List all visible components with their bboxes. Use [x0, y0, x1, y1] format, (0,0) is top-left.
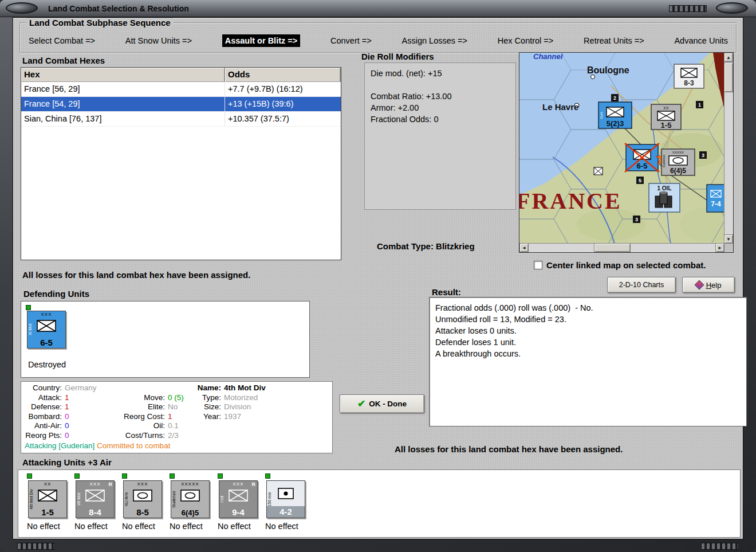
reorg-badge: R: [109, 481, 113, 487]
result-panel: Fractional odds (.000) roll was (.000) -…: [429, 297, 747, 426]
unit-link-dot: [74, 473, 80, 479]
armor-symbol-icon: [133, 490, 152, 502]
unit-strength: 6-5: [27, 338, 65, 347]
odds-cell: +13 (+15B) (39:6): [225, 97, 341, 111]
map-unit-guderian[interactable]: XXXXX Guderian 6(4)5: [662, 149, 695, 175]
infantry-symbol-icon: [229, 490, 248, 502]
attacking-unit-counter[interactable]: XXX R I Inf 9-4: [219, 480, 258, 518]
subphase-sequence-group: Land Combat Subphase Sequence Select Com…: [19, 22, 737, 53]
help-button[interactable]: Help: [682, 277, 735, 293]
dialog-content: Land Combat Subphase Sequence Select Com…: [13, 17, 743, 539]
unit-name-side: VII Mot: [77, 493, 81, 506]
map-unit-right-edge[interactable]: 7-4: [707, 185, 724, 212]
mod-armor: Armor: +2.00: [371, 102, 510, 113]
svg-text:5: 5: [639, 178, 641, 183]
table-row[interactable]: France [56, 29] +7.7 (+9.7B) (16:12): [21, 82, 341, 97]
svg-text:2: 2: [613, 95, 616, 101]
unit-strength: 1-5: [29, 507, 66, 517]
hex-cell: France [54, 29]: [21, 97, 225, 111]
result-title: Result:: [432, 287, 461, 297]
hexes-title: Land Combat Hexes: [22, 56, 105, 65]
elite-value: No: [168, 402, 196, 412]
map-partisan-marker-icon: [594, 167, 603, 175]
result-line: Defender loses 1 unit.: [435, 336, 741, 348]
reorg-badge: R: [252, 481, 256, 487]
map-unit-infantry[interactable]: XX 1-5: [651, 104, 681, 130]
reorg-pts-value: 0: [65, 431, 120, 441]
unit-effect-label: No effect: [218, 522, 251, 531]
table-header: Hex Odds: [21, 68, 341, 82]
map-unit-defender-value: 6-5: [637, 162, 648, 170]
attacking-unit-slot: XXX R VII Mot 8-4 No effect: [74, 472, 121, 537]
map-unit-top-right[interactable]: 8-3: [674, 64, 704, 88]
attacking-unit-counter[interactable]: XXXXX Guderian 6(4)5: [171, 480, 210, 518]
help-icon: [694, 280, 704, 290]
linked-map[interactable]: Channel Boulogne Le Havre FRANCE G: [519, 53, 724, 244]
table-row-selected[interactable]: France [54, 29] +13 (+15B) (39:6): [21, 97, 341, 112]
infantry-symbol-icon: [37, 320, 56, 332]
country-value: Germany: [65, 383, 120, 393]
unit-name-side: 150 mm: [267, 492, 271, 506]
unit-echelon: XXX: [27, 312, 65, 317]
unit-effect-label: No effect: [170, 522, 203, 531]
column-header-hex[interactable]: Hex: [21, 68, 225, 82]
map-city-le-havre: Le Havre: [542, 102, 578, 112]
step-advance-units: Advance Units: [674, 36, 728, 45]
attacking-unit-counter[interactable]: 150 mm 4-2: [266, 480, 305, 518]
infantry-symbol-icon: [85, 490, 105, 502]
window-title: Land Combat Selection & Resolution: [48, 4, 189, 13]
map-panel[interactable]: Channel Boulogne Le Havre FRANCE G: [519, 52, 734, 253]
hex-cell: Sian, China [76, 137]: [21, 112, 225, 126]
attack-label: Attack:: [23, 393, 65, 403]
charts-button[interactable]: 2-D-10 Charts: [607, 277, 676, 293]
ok-done-button[interactable]: ✔ OK - Done: [340, 394, 424, 413]
map-view[interactable]: Channel Boulogne Le Havre FRANCE G: [519, 53, 724, 244]
odds-cell: +10.357 (37.5:7): [225, 112, 341, 126]
frame-vent: [701, 543, 739, 550]
type-label: Type:: [196, 393, 224, 403]
map-unit-guderian-name: Guderian: [662, 154, 666, 167]
map-vertical-scrollbar[interactable]: ▲ ▼: [724, 53, 733, 244]
attacking-unit-slot: 150 mm 4-2 No effect: [265, 472, 312, 537]
window-frame: Land Combat Selection & Resolution Land …: [0, 0, 756, 552]
title-bar: Land Combat Selection & Resolution: [0, 0, 756, 17]
defending-unit-counter[interactable]: XXX XI Mot 6-5: [27, 311, 66, 349]
unit-echelon: XXX: [124, 481, 162, 487]
defending-units-panel: XXX XI Mot 6-5 Destroyed: [21, 301, 310, 378]
scroll-down-button[interactable]: ▼: [724, 234, 733, 244]
step-assign-losses: Assign Losses =>: [402, 36, 467, 45]
map-unit-top-right-value: 8-3: [684, 79, 694, 87]
map-unit-oil[interactable]: 1 OIL: [649, 183, 680, 212]
ok-done-label: OK - Done: [369, 400, 407, 408]
unit-effect-label: No effect: [74, 522, 108, 531]
unit-link-dot: [26, 305, 31, 310]
subphase-steps: Select Combat => Att Snow Units => Assau…: [23, 33, 734, 49]
unit-strength: 8-4: [76, 507, 114, 517]
center-map-checkbox[interactable]: [534, 261, 542, 269]
scroll-up-button[interactable]: ▲: [724, 53, 733, 62]
attacking-units-panel: XX 4th Mot Div 1-5 No effect XXX R VII: [18, 469, 741, 538]
unit-echelon: XX: [29, 481, 66, 487]
column-header-odds[interactable]: Odds: [225, 68, 341, 82]
map-horizontal-scrollbar[interactable]: ◄ ►: [519, 243, 724, 252]
scroll-left-button[interactable]: ◄: [519, 243, 529, 252]
attacking-unit-counter[interactable]: XXX XLI Arm 8-5: [123, 480, 162, 518]
year-label: Year:: [196, 412, 224, 422]
year-value: 1937: [224, 412, 330, 422]
table-row[interactable]: Sian, China [76, 137] +10.357 (37.5:7): [21, 112, 341, 127]
attacking-unit-counter[interactable]: XX 4th Mot Div 1-5: [28, 480, 67, 518]
center-map-label: Center linked map on selected combat.: [546, 260, 706, 270]
unit-name-side: I Inf: [220, 496, 224, 503]
attacking-unit-counter[interactable]: XXX R VII Mot 8-4: [76, 480, 115, 518]
unit-name-side: Guderian: [172, 491, 176, 508]
horizontal-scroll-thumb[interactable]: [594, 243, 631, 252]
unit-strength: 9-4: [219, 507, 257, 517]
vertical-scroll-thumb[interactable]: [724, 62, 733, 92]
elite-label: Elite:: [120, 402, 168, 412]
result-line: Attacker loses 0 units.: [435, 325, 741, 336]
map-unit-gort[interactable]: Gort 5(2)3: [598, 102, 632, 128]
step-convert: Convert =>: [330, 36, 372, 45]
scroll-right-button[interactable]: ►: [715, 243, 724, 252]
attacking-unit-slot: XXX XLI Arm 8-5 No effect: [122, 472, 169, 537]
result-line: Fractional odds (.000) roll was (.000) -…: [435, 302, 741, 314]
